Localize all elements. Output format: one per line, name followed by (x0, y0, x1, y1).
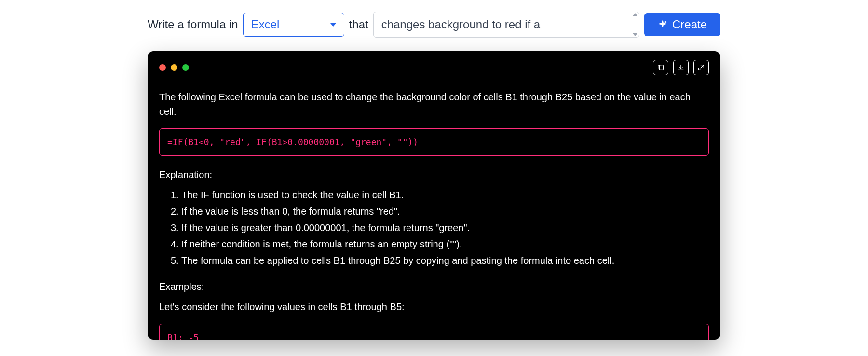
examples-intro: Let's consider the following values in c… (159, 300, 709, 314)
list-item: 4. If neither condition is met, the form… (171, 237, 709, 251)
terminal-actions (653, 60, 709, 75)
window-controls (159, 64, 189, 71)
example-values-block: B1: -5 B2: 0 (159, 324, 709, 340)
download-icon (677, 64, 685, 71)
create-button[interactable]: Create (644, 13, 720, 36)
download-button[interactable] (673, 60, 689, 75)
expand-button[interactable] (693, 60, 709, 75)
prompt-input-wrapper (373, 12, 639, 38)
window-minimize-dot[interactable] (171, 64, 177, 71)
platform-dropdown[interactable]: Excel (243, 13, 344, 37)
prompt-input[interactable] (374, 13, 631, 36)
terminal-header (148, 51, 720, 82)
chevron-down-icon (330, 23, 336, 27)
list-item: 2. If the value is less than 0, the form… (171, 204, 709, 219)
mid-label: that (349, 18, 368, 31)
list-item: 5. The formula can be applied to cells B… (171, 253, 709, 268)
terminal-content[interactable]: The following Excel formula can be used … (148, 82, 720, 340)
output-terminal: The following Excel formula can be used … (148, 51, 720, 340)
spinner-up-icon[interactable] (633, 13, 637, 16)
copy-button[interactable] (653, 60, 668, 75)
list-item: 1. The IF function is used to check the … (171, 188, 709, 202)
external-link-icon (697, 64, 705, 71)
textarea-spinner (631, 12, 639, 37)
window-maximize-dot[interactable] (182, 64, 189, 71)
create-button-label: Create (672, 18, 707, 31)
explanation-list: 1. The IF function is used to check the … (159, 188, 709, 268)
sparkle-icon (658, 20, 667, 29)
formula-code-block: =IF(B1<0, "red", IF(B1>0.00000001, "gree… (159, 128, 709, 156)
svg-rect-0 (659, 65, 663, 70)
explanation-heading: Explanation: (159, 167, 709, 182)
clipboard-icon (657, 64, 665, 71)
spinner-down-icon[interactable] (633, 33, 637, 36)
formula-input-bar: Write a formula in Excel that Create (148, 12, 720, 38)
dropdown-selected: Excel (251, 18, 280, 31)
examples-heading: Examples: (159, 279, 709, 294)
list-item: 3. If the value is greater than 0.000000… (171, 220, 709, 235)
window-close-dot[interactable] (159, 64, 166, 71)
prefix-label: Write a formula in (148, 18, 238, 31)
intro-text: The following Excel formula can be used … (159, 90, 709, 119)
